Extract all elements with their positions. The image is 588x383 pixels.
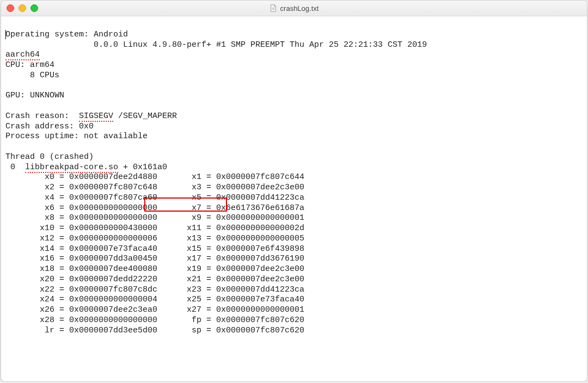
crash-reason-label: Crash reason: [5, 112, 79, 121]
frame-module: libbreakpad-core.so [25, 163, 118, 173]
crash-signal: SIGSEGV [79, 112, 113, 122]
close-icon[interactable] [7, 4, 14, 12]
cpu-label: CPU: [5, 60, 30, 70]
frame-index: 0 [5, 163, 25, 172]
document-body[interactable]: Operating system: Android 0.0.0 Linux 4.… [1, 16, 587, 381]
arch-value: aarch64 [5, 50, 40, 60]
os-label: Operating system: [5, 30, 94, 39]
cpu-value: arm64 [30, 60, 54, 70]
os-value: Android [94, 30, 128, 39]
text-editor-window: crashLog.txt Operating system: Android 0… [1, 0, 587, 382]
os-detail: 0.0.0 Linux 4.9.80-perf+ #1 SMP PREEMPT … [94, 40, 427, 50]
thread-header: Thread 0 (crashed) [5, 152, 94, 162]
register-dump: x0 = 0x0000007dee2d4880 x1 = 0x0000007fc… [5, 172, 304, 335]
crash-address-value: 0x0 [79, 122, 94, 131]
cpu-count-indent [5, 71, 30, 80]
window-title: crashLog.txt [1, 4, 587, 13]
document-icon [270, 4, 277, 12]
cpu-count: 8 CPUs [30, 71, 59, 80]
crash-error: SEGV_MAPERR [123, 112, 177, 121]
uptime-label: Process uptime: [5, 132, 84, 141]
titlebar[interactable]: crashLog.txt [1, 1, 587, 16]
window-controls [1, 4, 38, 12]
gpu-value: UNKNOWN [30, 91, 64, 100]
minimize-icon[interactable] [19, 4, 26, 12]
uptime-value: not available [84, 132, 148, 141]
gpu-label: GPU: [5, 91, 30, 100]
zoom-icon[interactable] [30, 4, 38, 12]
frame-offset: 0x161a0 [133, 163, 167, 172]
os-detail-indent [5, 40, 94, 50]
crash-address-label: Crash address: [5, 122, 79, 131]
title-text: crashLog.txt [280, 4, 319, 13]
